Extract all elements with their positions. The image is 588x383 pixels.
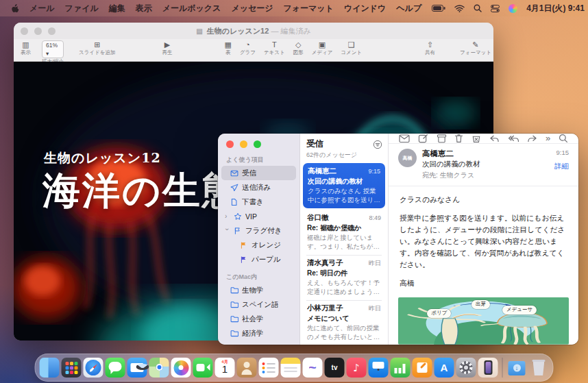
get-mail-icon[interactable] [399, 134, 410, 143]
orange-flag-icon [239, 241, 248, 249]
menu-mail[interactable]: メール [29, 3, 55, 14]
folder-icon [230, 301, 238, 308]
share-button[interactable]: ⇧共有 [425, 40, 435, 56]
menu-format[interactable]: フォーマット [284, 3, 334, 14]
shape-button[interactable]: ◇図形 [293, 40, 304, 56]
details-link[interactable]: 詳細 [554, 162, 569, 171]
sidebar-folder-biology[interactable]: 生物学 [221, 283, 296, 297]
keynote-icon[interactable] [369, 358, 389, 378]
junk-icon[interactable] [471, 134, 481, 143]
chart-button[interactable]: ◔グラフ [240, 40, 256, 56]
play-button[interactable]: ▶再生 [162, 40, 172, 56]
sidebar-item-orange-flag[interactable]: オレンジ [221, 238, 296, 252]
text-button[interactable]: Tテキスト [264, 40, 285, 56]
sidebar-item-inbox[interactable]: 受信 [221, 166, 296, 180]
freeform-icon[interactable]: ~ [303, 358, 323, 378]
menu-bar-clock[interactable]: 4月1日(火) 9:41 [526, 3, 585, 14]
view-button[interactable]: ▥表示 [21, 40, 31, 56]
jellyfish-lifecycle-diagram[interactable]: ポリプ 出芽 メデューサ [398, 297, 569, 345]
appstore-icon[interactable]: A [434, 358, 454, 378]
more-chevrons-icon[interactable]: » [546, 135, 550, 142]
minimize-button[interactable] [240, 140, 247, 148]
media-button[interactable]: ▣メディア [312, 40, 333, 56]
iphone-icon[interactable] [478, 358, 498, 378]
comment-button[interactable]: ❑コメント [341, 40, 362, 56]
folder-icon [230, 330, 238, 337]
disclosure-chevron-icon[interactable]: › [225, 212, 230, 220]
messages-icon[interactable] [106, 358, 125, 378]
appletv-icon[interactable]: tv [325, 358, 345, 378]
numbers-icon[interactable] [391, 358, 411, 378]
menu-view[interactable]: 表示 [136, 3, 152, 14]
search-icon[interactable] [559, 134, 568, 143]
polyp-label: ポリプ [427, 309, 451, 318]
calendar-day-label: 1 [215, 363, 235, 375]
facetime-icon[interactable] [193, 358, 213, 378]
menu-help[interactable]: ヘルプ [396, 3, 421, 14]
filter-icon[interactable] [373, 140, 382, 152]
sidebar-item-flagged[interactable]: › フラグ付き [221, 223, 296, 238]
mail-icon[interactable] [127, 358, 147, 378]
maps-icon[interactable] [149, 358, 169, 378]
menu-edit[interactable]: 編集 [109, 3, 125, 14]
flag-icon [233, 227, 242, 235]
close-button[interactable] [226, 140, 234, 148]
message-row[interactable]: 小林万里子昨日メモについて先に進めて、前回の授業のメモも共有したいと思います。何… [300, 300, 388, 345]
menu-mailbox[interactable]: メールボックス [162, 3, 221, 14]
menu-window[interactable]: ウインドウ [344, 3, 386, 14]
battery-icon[interactable] [432, 5, 445, 12]
reply-icon[interactable] [489, 134, 500, 143]
siri-icon[interactable] [509, 4, 517, 13]
dock-separator [502, 358, 503, 378]
trash-icon[interactable] [454, 134, 463, 143]
menu-message[interactable]: メッセージ [231, 3, 273, 14]
control-center-icon[interactable] [491, 5, 500, 12]
calendar-icon[interactable]: 4月1 [215, 358, 235, 378]
photos-icon[interactable] [171, 358, 191, 378]
apple-menu-icon[interactable] [10, 3, 19, 14]
add-slide-button[interactable]: ⊞スライドを追加 [79, 40, 115, 56]
contacts-icon[interactable] [237, 358, 257, 378]
disclosure-chevron-icon[interactable]: › [223, 228, 231, 233]
sidebar-item-vip[interactable]: › VIP [221, 209, 296, 223]
archive-icon[interactable] [437, 134, 447, 143]
music-icon[interactable]: ♪ [347, 358, 367, 378]
compose-icon[interactable] [418, 134, 428, 143]
sidebar-item-drafts[interactable]: 下書き [221, 195, 296, 209]
launchpad-icon[interactable] [62, 358, 82, 378]
slide-kicker-text[interactable]: 生物のレッスン12 [44, 149, 161, 167]
zoom-button[interactable] [254, 140, 261, 148]
sidebar-folder-debate-club[interactable]: ディベートク… [221, 341, 296, 345]
sidebar-item-purple-flag[interactable]: パープル [221, 252, 296, 267]
sidebar-item-sent[interactable]: 送信済み [221, 180, 296, 195]
menu-file[interactable]: ファイル [65, 3, 99, 14]
format-button[interactable]: ✎フォーマット [460, 40, 491, 56]
notes-icon[interactable] [281, 358, 301, 378]
message-toolbar: » [389, 134, 578, 143]
message-row[interactable]: 清水真弓子昨日Re: 明日の件ええ、もちろんです！予定通りに進めましょう。よろし… [300, 255, 388, 300]
reply-all-icon[interactable] [508, 134, 519, 143]
message-row[interactable]: 高橋恵二9:15次回の講義の教材クラスのみなさん 授業中に参照する図を送ります。… [303, 163, 385, 208]
sidebar-folder-spanish[interactable]: スペイン語 [221, 297, 296, 312]
downloads-icon[interactable] [507, 358, 527, 378]
sidebar-section-on-my-mac: このMac内 [226, 273, 299, 282]
spotlight-search-icon[interactable] [474, 4, 482, 12]
sender-name: 高橋恵二 [422, 149, 549, 159]
reminders-icon[interactable] [259, 358, 279, 378]
message-row[interactable]: 谷口徹8:49Re: 裾礁か堡礁か裾礁は岸と接しています。つまり、私たちが海岸沿… [300, 210, 388, 255]
slide-title-text[interactable]: 海洋の生態 [42, 166, 242, 217]
edited-badge: — 編集済み [271, 27, 310, 35]
wifi-icon[interactable] [454, 5, 465, 12]
safari-icon[interactable] [84, 358, 103, 378]
sidebar-folder-sociology[interactable]: 社会学 [221, 312, 296, 326]
trash-icon[interactable] [529, 358, 549, 378]
body-paragraph: 授業中に参照する図を送ります。以前にもお伝えしたように、メデューサの段階に注目し… [400, 212, 567, 271]
appletv-icon-glyph: tv [325, 358, 345, 378]
settings-icon[interactable] [456, 358, 476, 378]
finder-icon[interactable] [40, 358, 60, 378]
forward-icon[interactable] [527, 134, 537, 143]
table-button[interactable]: ▦表 [224, 40, 231, 56]
pages-icon[interactable] [413, 358, 432, 378]
message-time: 9:15 [368, 168, 380, 175]
sidebar-folder-economics[interactable]: 経済学 [221, 326, 296, 341]
